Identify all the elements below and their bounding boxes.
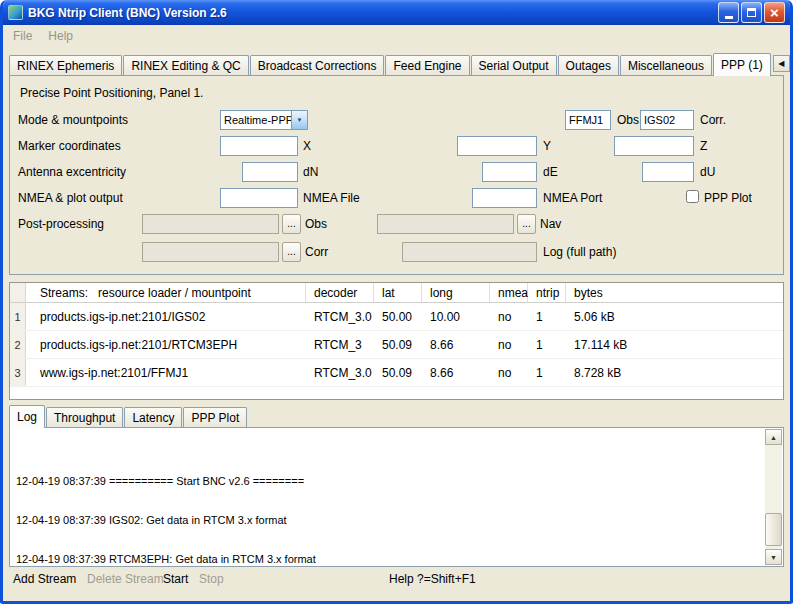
log-line: 12-04-19 08:37:39 IGS02: Get data in RTC…	[16, 514, 761, 527]
window-title: BKG Ntrip Client (BNC) Version 2.6	[28, 6, 718, 20]
tab-outages[interactable]: Outages	[558, 55, 619, 75]
obs-mountpoint-field[interactable]	[565, 110, 611, 130]
down-arrow-icon: ▼	[770, 554, 777, 561]
obs-label: Obs.	[617, 113, 642, 127]
post-processing-label: Post-processing	[18, 217, 104, 231]
close-button[interactable]: ×	[764, 2, 785, 23]
column-header-lat: lat	[374, 283, 422, 302]
antenna-excentricity-label: Antenna excentricity	[18, 165, 126, 179]
antenna-dn-field[interactable]	[242, 162, 298, 182]
nmea-port-label: NMEA Port	[543, 191, 602, 205]
marker-x-field[interactable]	[220, 136, 298, 156]
cell-lat: 50.09	[374, 359, 422, 386]
left-arrow-icon: ◀	[778, 59, 784, 68]
antenna-de-field[interactable]	[482, 162, 537, 182]
de-label: dE	[543, 165, 558, 179]
column-header-long: long	[422, 283, 490, 302]
tab-rinex-editing-qc[interactable]: RINEX Editing & QC	[123, 55, 248, 75]
post-nav-label: Nav	[540, 217, 561, 231]
corr-mountpoint-field[interactable]	[640, 110, 694, 130]
chevron-down-icon: ▼	[291, 111, 307, 129]
cell-bytes: 5.06 kB	[566, 303, 783, 330]
up-arrow-icon: ▲	[770, 434, 777, 441]
start-button[interactable]: Start	[163, 572, 188, 586]
scroll-down-button[interactable]: ▼	[765, 549, 782, 565]
tab-serial-output[interactable]: Serial Output	[471, 55, 557, 75]
marker-y-field[interactable]	[457, 136, 537, 156]
add-stream-button[interactable]: Add Stream	[13, 572, 76, 586]
nmea-port-field[interactable]	[472, 188, 537, 208]
tab-ppp-1[interactable]: PPP (1)	[713, 53, 771, 76]
stop-button: Stop	[199, 572, 224, 586]
cell-mountpoint: products.igs-ip.net:2101/IGS02	[26, 303, 306, 330]
scroll-up-button[interactable]: ▲	[765, 429, 782, 445]
cell-long: 8.66	[422, 331, 490, 358]
marker-coordinates-label: Marker coordinates	[18, 139, 121, 153]
app-icon	[8, 5, 23, 20]
cell-bytes: 8.728 kB	[566, 359, 783, 386]
cell-nmea: no	[490, 359, 528, 386]
cell-lat: 50.00	[374, 303, 422, 330]
vertical-scrollbar[interactable]: ▲ ▼	[765, 429, 782, 565]
table-row[interactable]: 1 products.igs-ip.net:2101/IGS02 RTCM_3.…	[10, 303, 783, 331]
cell-nmea: no	[490, 303, 528, 330]
browse-nav-button[interactable]: ...	[517, 214, 536, 234]
tab-miscellaneous[interactable]: Miscellaneous	[620, 55, 712, 75]
cell-mountpoint: products.igs-ip.net:2101/RTCM3EPH	[26, 331, 306, 358]
tab-throughput[interactable]: Throughput	[46, 407, 123, 427]
titlebar[interactable]: BKG Ntrip Client (BNC) Version 2.6 ×	[3, 0, 790, 25]
du-label: dU	[700, 165, 715, 179]
antenna-du-field[interactable]	[642, 162, 694, 182]
cell-bytes: 17.114 kB	[566, 331, 783, 358]
bottom-tab-strip: Log Throughput Latency PPP Plot	[9, 405, 784, 427]
cell-ntrip: 1	[528, 359, 566, 386]
ppp-mode-select[interactable]: Realtime-PPP ▼	[220, 110, 308, 130]
nmea-plot-output-label: NMEA & plot output	[18, 191, 123, 205]
post-obs-field	[142, 214, 279, 234]
browse-obs-button[interactable]: ...	[282, 214, 301, 234]
column-header-mountpoint: Streams: resource loader / mountpoint	[26, 283, 306, 302]
cell-ntrip: 1	[528, 303, 566, 330]
browse-corr-button[interactable]: ...	[282, 242, 301, 262]
cell-ntrip: 1	[528, 331, 566, 358]
maximize-button[interactable]	[741, 2, 762, 23]
cell-mountpoint: www.igs-ip.net:2101/FFMJ1	[26, 359, 306, 386]
streams-table: Streams: resource loader / mountpoint de…	[9, 282, 784, 400]
column-header-decoder: decoder	[306, 283, 374, 302]
tab-scroll-left-button[interactable]: ◀	[773, 55, 790, 72]
log-line: 12-04-19 08:37:39 ========== Start BNC v…	[16, 475, 761, 488]
corr-label: Corr.	[700, 113, 726, 127]
tab-log[interactable]: Log	[9, 405, 45, 428]
ppp-plot-checkbox[interactable]	[686, 190, 699, 203]
marker-z-field[interactable]	[614, 136, 694, 156]
tab-feed-engine[interactable]: Feed Engine	[385, 55, 469, 75]
table-row[interactable]: 2 products.igs-ip.net:2101/RTCM3EPH RTCM…	[10, 331, 783, 359]
row-number: 2	[10, 331, 26, 358]
cell-decoder: RTCM_3	[306, 331, 374, 358]
tab-rinex-ephemeris[interactable]: RINEX Ephemeris	[9, 55, 122, 75]
ppp-plot-label: PPP Plot	[704, 191, 752, 205]
ppp-panel: Precise Point Positioning, Panel 1. Mode…	[9, 75, 784, 275]
panel-description: Precise Point Positioning, Panel 1.	[20, 86, 203, 100]
scrollbar-thumb[interactable]	[765, 513, 782, 546]
tab-latency[interactable]: Latency	[124, 407, 182, 427]
z-label: Z	[700, 139, 707, 153]
cell-decoder: RTCM_3.0	[306, 359, 374, 386]
post-log-label: Log (full path)	[543, 245, 616, 259]
cell-long: 8.66	[422, 359, 490, 386]
log-area[interactable]: 12-04-19 08:37:39 ========== Start BNC v…	[9, 427, 784, 567]
tab-ppp-plot[interactable]: PPP Plot	[183, 407, 247, 427]
minimize-button[interactable]	[718, 2, 739, 23]
close-icon: ×	[770, 5, 779, 20]
nmea-file-field[interactable]	[220, 188, 298, 208]
mode-mountpoints-label: Mode & mountpoints	[18, 113, 128, 127]
cell-long: 10.00	[422, 303, 490, 330]
table-row[interactable]: 3 www.igs-ip.net:2101/FFMJ1 RTCM_3.0 50.…	[10, 359, 783, 387]
x-label: X	[303, 139, 311, 153]
help-hint: Help ?=Shift+F1	[389, 572, 476, 586]
maximize-icon	[747, 8, 756, 17]
menu-item-file[interactable]: File	[5, 27, 40, 45]
menu-item-help[interactable]: Help	[40, 27, 81, 45]
streams-header-row: Streams: resource loader / mountpoint de…	[10, 283, 783, 303]
tab-broadcast-corrections[interactable]: Broadcast Corrections	[250, 55, 385, 75]
